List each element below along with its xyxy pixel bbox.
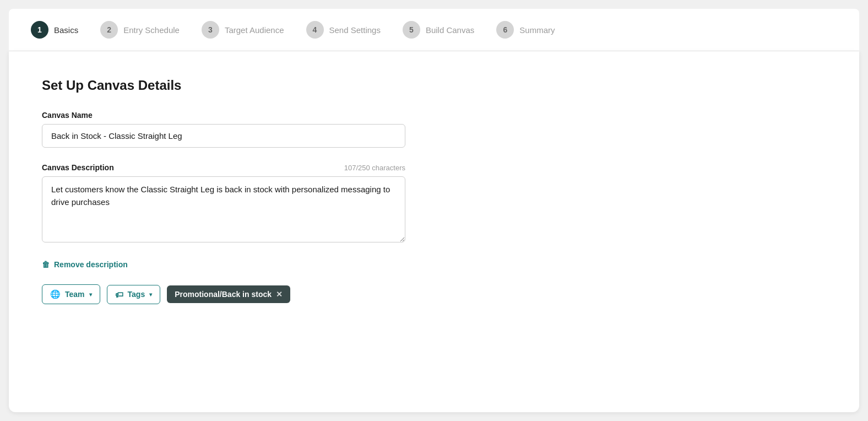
team-dropdown-button[interactable]: 🌐 Team ▾ (42, 284, 100, 304)
page-title: Set Up Canvas Details (42, 78, 826, 93)
promotional-tag-badge: Promotional/Back in stock ✕ (167, 285, 290, 303)
tags-chevron-down-icon: ▾ (149, 292, 152, 298)
tags-dropdown-button[interactable]: 🏷 Tags ▾ (107, 285, 161, 304)
remove-description-button[interactable]: 🗑 Remove description (42, 260, 128, 269)
tags-button-label: Tags (128, 290, 145, 299)
step-1-circle: 1 (31, 21, 48, 39)
close-tag-icon[interactable]: ✕ (276, 290, 283, 299)
step-5-circle: 5 (403, 21, 420, 39)
canvas-name-input[interactable] (42, 124, 405, 148)
step-navigation: 1 Basics 2 Entry Schedule 3 Target Audie… (9, 9, 859, 51)
step-3-circle: 3 (202, 21, 219, 39)
canvas-description-group: Canvas Description 107/250 characters Le… (42, 163, 826, 245)
canvas-description-textarea[interactable]: Let customers know the Classic Straight … (42, 176, 405, 242)
step-1-basics[interactable]: 1 Basics (20, 14, 89, 45)
team-chevron-down-icon: ▾ (89, 292, 92, 298)
step-4-circle: 4 (306, 21, 324, 39)
step-6-summary[interactable]: 6 Summary (485, 14, 566, 45)
step-5-build-canvas[interactable]: 5 Build Canvas (392, 14, 485, 45)
step-2-entry-schedule[interactable]: 2 Entry Schedule (89, 14, 191, 45)
tag-icon: 🏷 (115, 290, 123, 299)
step-6-circle: 6 (496, 21, 514, 39)
team-button-label: Team (65, 290, 85, 299)
step-3-label: Target Audience (225, 25, 284, 35)
remove-description-label: Remove description (54, 260, 128, 269)
description-header: Canvas Description 107/250 characters (42, 163, 405, 172)
step-3-target-audience[interactable]: 3 Target Audience (191, 14, 295, 45)
main-card: Set Up Canvas Details Canvas Name Canvas… (9, 51, 859, 412)
step-2-label: Entry Schedule (123, 25, 180, 35)
tag-badge-label: Promotional/Back in stock (175, 290, 272, 299)
step-1-label: Basics (54, 25, 78, 35)
step-6-label: Summary (519, 25, 555, 35)
canvas-name-group: Canvas Name (42, 111, 826, 148)
step-5-label: Build Canvas (426, 25, 474, 35)
step-2-circle: 2 (100, 21, 118, 39)
step-4-label: Send Settings (329, 25, 381, 35)
char-count: 107/250 characters (344, 164, 405, 172)
step-4-send-settings[interactable]: 4 Send Settings (295, 14, 392, 45)
tags-row: 🌐 Team ▾ 🏷 Tags ▾ Promotional/Back in st… (42, 284, 826, 304)
canvas-name-label: Canvas Name (42, 111, 826, 120)
canvas-description-label: Canvas Description (42, 163, 114, 172)
trash-icon: 🗑 (42, 260, 50, 269)
globe-icon: 🌐 (50, 289, 61, 299)
